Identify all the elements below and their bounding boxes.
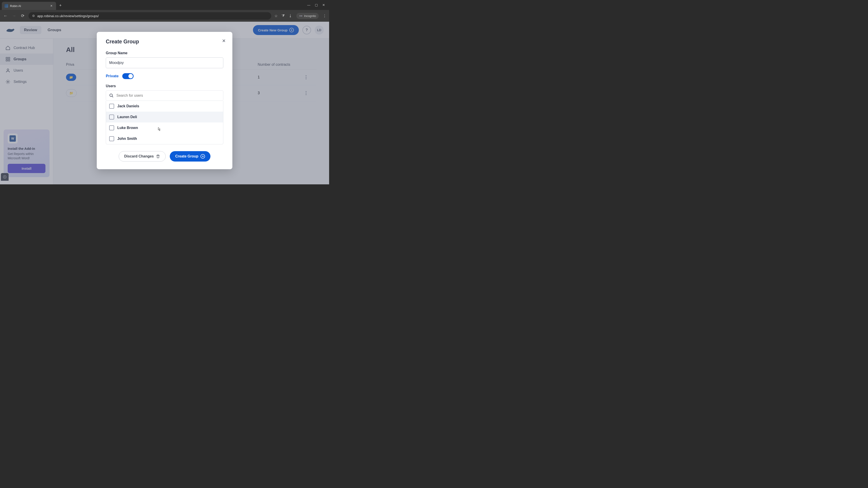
user-name: Luke Brown	[117, 126, 138, 130]
private-toggle[interactable]	[122, 73, 133, 79]
discard-label: Discard Changes	[124, 154, 154, 158]
svg-line-8	[112, 96, 113, 97]
user-checkbox[interactable]	[109, 136, 114, 141]
incognito-icon: 👓	[299, 14, 303, 18]
tab-title: Robin AI	[10, 4, 50, 8]
private-toggle-row: Private	[106, 73, 223, 79]
svg-point-7	[110, 94, 113, 97]
create-group-modal: Create Group × Group Name Private Users …	[97, 32, 232, 169]
new-tab-button[interactable]: +	[57, 3, 64, 8]
browser-menu-icon[interactable]: ⋮	[323, 14, 327, 18]
toggle-knob	[128, 74, 133, 78]
reload-button[interactable]: ⟳	[20, 13, 25, 18]
user-name: Jack Daniels	[117, 104, 139, 108]
favicon-icon	[4, 4, 8, 8]
app-root: Review Groups Create New Group + ? LD Co…	[0, 22, 329, 184]
window-controls: — ▢ ✕	[307, 3, 327, 7]
user-item[interactable]: Lauren Deli	[106, 111, 223, 123]
group-name-label: Group Name	[106, 51, 223, 55]
minimize-icon[interactable]: —	[307, 3, 310, 7]
user-checkbox[interactable]	[109, 104, 114, 109]
users-label: Users	[106, 84, 223, 88]
downloads-icon[interactable]: ⭳	[289, 14, 292, 18]
forward-button[interactable]: →	[11, 13, 17, 18]
plus-circle-icon: +	[200, 154, 205, 159]
modal-actions: Discard Changes Create Group +	[106, 151, 223, 162]
user-search-input[interactable]	[116, 94, 220, 98]
url-field[interactable]: ⚙ app.robinai.co.uk/review/settings/grou…	[29, 12, 271, 20]
user-item[interactable]: Luke Brown	[106, 123, 223, 133]
browser-chrome: Robin AI × + — ▢ ✕ ← → ⟳ ⚙ app.robinai.c…	[0, 0, 329, 22]
user-item[interactable]: Jack Daniels	[106, 101, 223, 111]
close-modal-button[interactable]: ×	[222, 37, 225, 44]
bookmark-icon[interactable]: ☆	[274, 14, 278, 18]
discard-changes-button[interactable]: Discard Changes	[119, 151, 166, 162]
create-label: Create Group	[175, 154, 198, 158]
close-window-icon[interactable]: ✕	[322, 3, 325, 7]
user-checkbox[interactable]	[109, 125, 114, 130]
modal-overlay[interactable]: Create Group × Group Name Private Users …	[0, 22, 329, 184]
browser-tab[interactable]: Robin AI ×	[2, 2, 56, 10]
search-icon	[109, 93, 114, 98]
modal-title: Create Group	[106, 39, 223, 45]
user-name: Lauren Deli	[117, 115, 137, 119]
user-name: John Smith	[117, 137, 137, 141]
maximize-icon[interactable]: ▢	[315, 3, 318, 7]
back-button[interactable]: ←	[3, 13, 8, 18]
user-checkbox[interactable]	[109, 115, 114, 120]
user-item[interactable]: John Smith	[106, 133, 223, 144]
create-group-button[interactable]: Create Group +	[170, 151, 211, 162]
incognito-label: Incognito	[304, 14, 316, 18]
user-search-box[interactable]	[106, 90, 223, 101]
close-tab-icon[interactable]: ×	[50, 4, 53, 8]
url-text: app.robinai.co.uk/review/settings/groups…	[37, 14, 99, 18]
incognito-badge[interactable]: 👓 Incognito	[296, 13, 319, 19]
address-bar: ← → ⟳ ⚙ app.robinai.co.uk/review/setting…	[0, 10, 329, 22]
trash-icon	[156, 154, 160, 158]
user-list: Jack Daniels Lauren Deli Luke Brown John…	[106, 101, 223, 144]
site-settings-icon[interactable]: ⚙	[32, 14, 35, 18]
tab-bar: Robin AI × + — ▢ ✕	[0, 0, 329, 10]
extensions-icon[interactable]: ⧩	[282, 14, 285, 18]
private-label: Private	[106, 74, 119, 78]
group-name-input[interactable]	[106, 57, 223, 68]
